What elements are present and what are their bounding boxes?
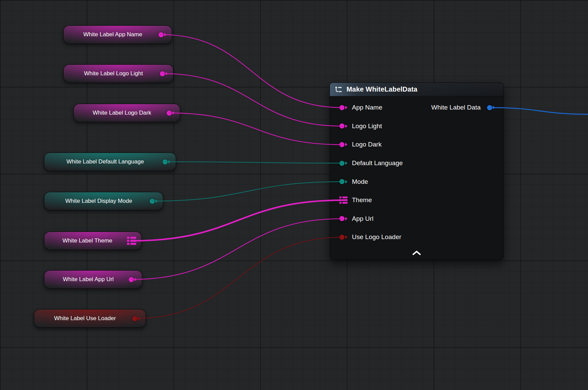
variable-label: White Label Display Mode [48, 198, 147, 204]
input-pin-label: App Name [352, 104, 382, 111]
wire-app-name-to-app-name[interactable] [161, 35, 342, 108]
variable-label: White Label App Url [48, 276, 126, 283]
blueprint-canvas[interactable]: Make WhiteLabelData White Label Data App… [0, 0, 588, 390]
getter-node-use-loader[interactable]: White Label Use Loader [34, 309, 146, 328]
variable-label: White Label Logo Light [67, 70, 157, 77]
input-pin-row: App Url [330, 210, 503, 228]
node-header[interactable]: Make WhiteLabelData [330, 83, 503, 96]
input-pin-row: Use Logo Loader [330, 228, 503, 247]
chevron-up-icon [412, 251, 421, 255]
variable-label: White Label Logo Dark [77, 110, 164, 116]
input-pin-row: Logo Light [330, 117, 503, 136]
make-whitelabeldata-node[interactable]: Make WhiteLabelData White Label Data App… [330, 82, 504, 260]
input-pin-row: Default Language [330, 154, 503, 173]
wire-display-mode-to-mode[interactable] [152, 182, 342, 201]
input-pin-row: Mode [330, 172, 503, 191]
node-title: Make WhiteLabelData [346, 85, 417, 93]
pin-wedge-icon [345, 235, 348, 239]
pin-wedge-icon [345, 161, 348, 165]
input-pin-row: Theme [330, 191, 503, 210]
input-pin-label: App Url [352, 215, 373, 222]
input-pin-list: App Name Logo Light [330, 96, 503, 247]
pin-wedge-icon [345, 106, 348, 109]
variable-label: White Label Use Loader [38, 315, 130, 322]
variable-label: White Label Theme [48, 237, 124, 244]
getter-node-logo-dark[interactable]: White Label Logo Dark [74, 104, 180, 122]
input-pin-label: Logo Dark [352, 141, 382, 148]
make-struct-icon [335, 86, 343, 93]
output-row: White Label Data [431, 98, 495, 117]
wire-white-label-data-out[interactable] [490, 108, 588, 114]
getter-node-logo-light[interactable]: White Label Logo Light [63, 64, 173, 83]
wire-app-url-to-app-url[interactable] [131, 219, 342, 279]
pin-wedge-icon [345, 180, 348, 183]
input-pin-label: Mode [352, 178, 368, 186]
variable-label: White Label Default Language [48, 158, 160, 165]
getter-node-default-language[interactable]: White Label Default Language [44, 153, 176, 171]
getter-node-theme[interactable]: White Label Theme [44, 232, 142, 250]
input-pin-label: Use Logo Loader [352, 233, 401, 241]
wire-default-language-to-default-language[interactable] [165, 162, 342, 163]
input-pin-label: Theme [352, 196, 372, 204]
wire-use-loader-to-use-logo-loader[interactable] [135, 237, 342, 318]
pin-wedge-icon [345, 217, 348, 220]
pin-wedge-icon [345, 143, 348, 146]
collapse-pins-button[interactable] [330, 247, 503, 259]
variable-label: White Label App Name [67, 31, 156, 38]
input-pin-row: Logo Dark [330, 135, 503, 154]
getter-node-app-url[interactable]: White Label App Url [44, 270, 142, 289]
getter-node-display-mode[interactable]: White Label Display Mode [44, 192, 163, 210]
input-pin-label: Default Language [352, 159, 403, 167]
wire-logo-light-to-logo-light[interactable] [163, 74, 342, 126]
pin-wedge-icon [345, 124, 348, 128]
getter-node-app-name[interactable]: White Label App Name [63, 25, 172, 44]
output-pin-label: White Label Data [431, 104, 481, 111]
input-pin-label: Logo Light [352, 122, 382, 130]
wire-logo-dark-to-logo-dark[interactable] [169, 113, 342, 144]
